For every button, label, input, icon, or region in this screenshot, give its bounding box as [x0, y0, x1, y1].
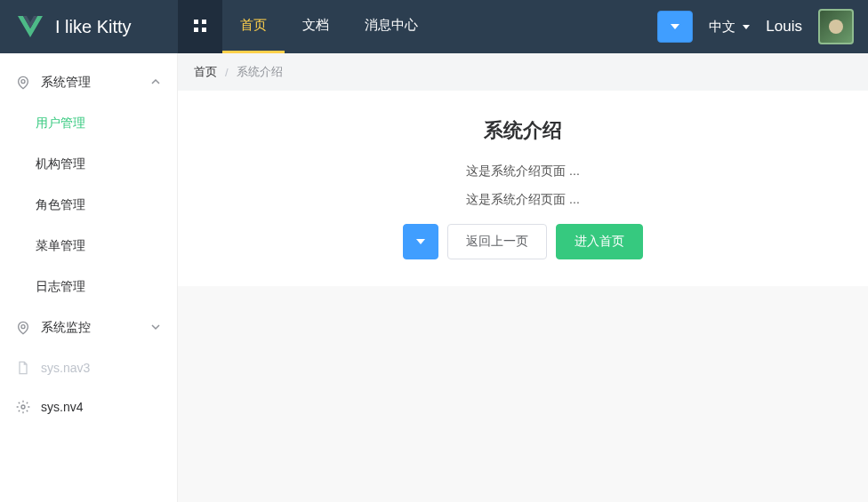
grid-icon — [193, 19, 207, 36]
sidebar-group-monitor[interactable]: 系统监控 — [0, 307, 177, 348]
svg-rect-0 — [194, 20, 198, 24]
svg-point-6 — [21, 405, 25, 409]
sidebar-group-label: sys.nv4 — [41, 400, 83, 414]
chevron-down-icon — [416, 239, 425, 244]
sidebar-group-nav4[interactable]: sys.nv4 — [0, 387, 177, 426]
sidebar-group-label: 系统管理 — [41, 75, 91, 91]
header: I like Kitty 首页 文档 消息中心 中文 Louis — [0, 0, 868, 53]
sidebar-group-label: 系统监控 — [41, 320, 91, 336]
breadcrumb-home[interactable]: 首页 — [194, 64, 217, 80]
header-right: 中文 Louis — [657, 9, 868, 44]
apps-button[interactable] — [178, 0, 222, 53]
theme-dropdown-button[interactable] — [657, 11, 693, 43]
intro-line-1: 这是系统介绍页面 ... — [196, 163, 850, 179]
breadcrumb-separator: / — [225, 66, 229, 79]
avatar[interactable] — [818, 9, 854, 44]
nav-tab-home[interactable]: 首页 — [222, 0, 285, 53]
sidebar: 系统管理 用户管理 机构管理 角色管理 菜单管理 日志管理 系统监控 — [0, 53, 178, 502]
document-icon — [16, 361, 30, 375]
intro-line-2: 这是系统介绍页面 ... — [196, 192, 850, 208]
sidebar-item-roles[interactable]: 角色管理 — [0, 185, 177, 226]
vue-logo-icon — [16, 12, 44, 41]
main: 首页 / 系统介绍 系统介绍 这是系统介绍页面 ... 这是系统介绍页面 ...… — [178, 53, 868, 502]
chevron-down-icon — [743, 25, 750, 29]
sidebar-submenu-system: 用户管理 机构管理 角色管理 菜单管理 日志管理 — [0, 103, 177, 307]
svg-point-4 — [21, 80, 25, 84]
settings-icon — [16, 400, 30, 414]
nav-tab-messages[interactable]: 消息中心 — [347, 0, 436, 53]
chevron-down-icon — [671, 24, 679, 29]
chevron-up-icon — [150, 76, 161, 90]
svg-point-5 — [21, 325, 25, 329]
sidebar-item-users[interactable]: 用户管理 — [0, 103, 177, 144]
sidebar-group-system[interactable]: 系统管理 — [0, 62, 177, 103]
location-icon — [16, 76, 30, 90]
dropdown-button[interactable] — [403, 224, 438, 259]
logo-area[interactable]: I like Kitty — [0, 12, 178, 41]
language-label: 中文 — [709, 19, 735, 36]
svg-rect-3 — [202, 28, 206, 32]
svg-rect-1 — [202, 20, 206, 24]
content: 系统介绍 这是系统介绍页面 ... 这是系统介绍页面 ... 返回上一页 进入首… — [178, 91, 868, 286]
sidebar-item-org[interactable]: 机构管理 — [0, 144, 177, 185]
chevron-down-icon — [150, 321, 161, 335]
language-selector[interactable]: 中文 — [709, 19, 750, 36]
back-button[interactable]: 返回上一页 — [447, 224, 547, 259]
logo-text: I like Kitty — [55, 17, 132, 37]
breadcrumb: 首页 / 系统介绍 — [178, 53, 868, 91]
sidebar-item-logs[interactable]: 日志管理 — [0, 267, 177, 307]
button-row: 返回上一页 进入首页 — [196, 224, 850, 259]
home-button[interactable]: 进入首页 — [556, 224, 643, 259]
nav-tabs: 首页 文档 消息中心 — [222, 0, 436, 53]
location-icon — [16, 321, 30, 335]
username: Louis — [766, 18, 802, 36]
nav-tab-docs[interactable]: 文档 — [285, 0, 347, 53]
svg-rect-2 — [194, 28, 198, 32]
sidebar-item-menu[interactable]: 菜单管理 — [0, 226, 177, 267]
page-title: 系统介绍 — [196, 117, 850, 144]
breadcrumb-current: 系统介绍 — [237, 64, 283, 80]
sidebar-group-nav3: sys.nav3 — [0, 348, 177, 387]
sidebar-group-label: sys.nav3 — [41, 361, 90, 375]
